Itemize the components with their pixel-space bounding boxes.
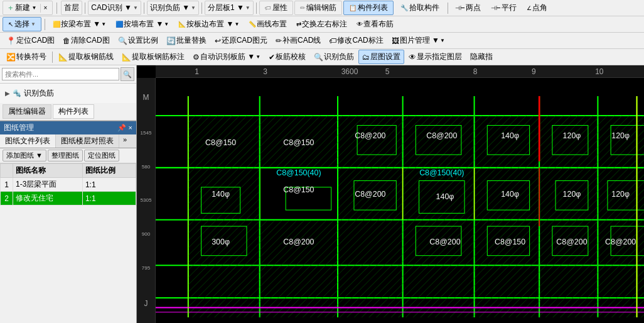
swap-label-button[interactable]: ⇄ 交换左右标注 [292,17,352,31]
tab-layer-board[interactable]: 分层板1 ▼ ▼ [205,1,254,15]
ruler-v-1545: 1545 [141,130,152,136]
auto-identify-slab-button[interactable]: ⚙自动识别板筋 ▼ ▼ [189,50,264,64]
locate-drawing-button[interactable]: 定位图纸 [84,150,119,162]
draw-line-button[interactable]: 📏 画线布置 [244,17,291,31]
svg-rect-30 [260,220,403,266]
attr-tab-property-editor[interactable]: 属性编辑器 [3,104,51,119]
organize-drawing-button[interactable]: 整理图纸 [48,150,83,162]
svg-text:C8@200: C8@200 [426,131,457,140]
sub-tab-file-list[interactable]: 图纸文件列表 [0,134,56,148]
cad-canvas-area[interactable]: 1 3 3600 5 8 9 10 M 1545 580 5305 900 79… [137,65,644,323]
ruler-v-580: 580 [142,164,150,170]
show-layer-button[interactable]: 👁显示指定图层 [405,50,466,64]
vertical-ruler: M 1545 580 5305 900 795 J [137,78,156,323]
view-layout-button[interactable]: 👁 查看布筋 [352,17,398,31]
close-tab-icon[interactable]: × [44,4,48,11]
svg-rect-18 [338,116,403,168]
row-name-2: 修改无住宅 [13,192,83,205]
modify-cad-label-button[interactable]: 🏷修改CAD标注 [325,33,387,48]
row-ratio-2: 1:1 [82,192,136,205]
panel-pin-icon[interactable]: 📌 [117,124,126,132]
tab-parallel[interactable]: ⊣⊢ 平行 [486,1,521,15]
layer-settings-button[interactable]: 🗂层图设置 [358,50,404,64]
add-drawing-button[interactable]: 添加图纸 ▼ [3,150,46,162]
tab-component-list[interactable]: 📋 构件列表 [343,1,394,15]
panel-close-icon[interactable]: × [129,124,132,132]
ruler-mark-9: 9 [532,67,536,76]
by-wall-layout-button[interactable]: 🟦 按墙布置 ▼ ▼ [111,17,173,31]
toolbar-sep-r4 [52,52,53,63]
cad-drawing: C8@150 C8@150 C8@200 C8@200 140φ 120φ 12… [156,78,644,323]
svg-text:140φ: 140φ [501,131,519,140]
table-row[interactable]: 2 修改无住宅 1:1 [1,192,136,205]
image-manage-button[interactable]: 🖼图片管理 ▼ ▼ [388,33,449,48]
svg-text:C8@200: C8@200 [355,131,385,140]
ruler-v-j: J [144,299,148,308]
new-button[interactable]: + 新建 ▼ × [3,1,53,15]
check-slab-rebar-button[interactable]: ✔板筋校核 [265,50,309,64]
by-beam-layout-button[interactable]: 🟨 按梁布置 ▼ ▼ [48,17,110,31]
svg-text:C8@200: C8@200 [429,238,460,246]
col-name: 图纸名称 [13,164,83,178]
tree-item-identify-rebar[interactable]: ▶ 🔩 识别负筋 [3,86,134,101]
tab-cad-recognize[interactable]: CAD识别 ▼ ▼ [88,1,141,15]
svg-text:120φ: 120φ [563,190,581,199]
by-edge-layout-button[interactable]: 📐 按板边布置 ▼ ▼ [174,17,244,31]
tree-container: ▶ 🔩 识别负筋 [0,84,136,103]
tab-pick-component[interactable]: 🔧 拾取构件 [395,1,445,15]
batch-replace-button[interactable]: 🔄批量替换 [163,33,210,48]
toolbar-sep-r2 [45,19,45,30]
tab-angle-point[interactable]: ∠ 点角 [522,1,552,15]
horizontal-ruler: 1 3 3600 5 8 9 10 [156,65,644,78]
svg-rect-19 [403,116,475,168]
locate-cad-button[interactable]: 📍定位CAD图 [3,33,58,48]
select-button[interactable]: ↖ 选择 ▼ [3,17,41,31]
ruler-mark-10: 10 [595,67,603,76]
ruler-mark-3: 3 [263,67,267,76]
drawing-table-container: 图纸名称 图纸比例 1 1-3层梁平面 1:1 2 [0,163,136,323]
svg-text:C8@200: C8@200 [605,238,636,246]
row-name: 1-3层梁平面 [13,178,83,192]
tab-home[interactable]: 首层 [61,1,82,15]
search-button[interactable]: 🔍 [121,67,134,81]
tree-item-label: 识别负筋 [24,88,54,99]
rebar-icon: 🔩 [13,89,21,97]
svg-text:120φ: 120φ [611,190,630,199]
col-num [1,164,13,178]
search-input[interactable] [2,68,119,80]
add-cad-line-button[interactable]: ✏补画CAD线 [272,33,325,48]
ruler-v-795: 795 [142,265,150,271]
toolbar-separator-1 [56,3,57,14]
panel-header: 图纸管理 📌 × [0,121,136,134]
clear-cad-button[interactable]: 🗑清除CAD图 [59,33,113,48]
sub-tab-more[interactable]: » [119,134,131,148]
svg-text:300φ: 300φ [212,238,230,246]
svg-text:C8@150: C8@150 [495,238,525,246]
restore-cad-button[interactable]: ↩还原CAD图元 [211,33,271,48]
attr-tab-component-list[interactable]: 构件列表 [53,104,94,119]
identify-neg-rebar-button[interactable]: 🔍识别负筋 [310,50,358,64]
row-num: 1 [1,178,13,192]
ruler-mark-3600: 3600 [341,67,358,76]
tab-two-point[interactable]: ⊣⊢ 两点 [451,1,485,15]
table-row[interactable]: 1 1-3层梁平面 1:1 [1,178,136,192]
toolbar-separator-3 [144,3,144,14]
new-separator [40,4,41,13]
tab-properties[interactable]: 🏷 屋性 [259,1,293,15]
sub-tab-layer-match[interactable]: 图纸楼层对照表 [56,134,119,148]
svg-text:C8@200: C8@200 [355,190,385,199]
svg-text:140φ: 140φ [212,190,230,199]
extract-slab-rebar-button[interactable]: 📐提取板钢筋线 [55,50,117,64]
svg-text:140φ: 140φ [501,190,519,199]
toolbar-separator-4 [201,3,202,14]
extract-slab-rebar-label-button[interactable]: 📐提取板钢筋标注 [118,50,188,64]
sub-tabs-container: 图纸文件列表 图纸楼层对照表 » [0,134,136,148]
convert-symbol-button[interactable]: 🔀转换符号 [3,50,50,64]
ruler-v-900: 900 [142,231,150,237]
set-scale-button[interactable]: 🔍设置比例 [114,33,162,48]
hide-layer-button[interactable]: 隐藏指 [466,50,496,64]
tab-identify-rebar[interactable]: 识别负筋 ▼ ▼ [147,1,199,15]
drawing-management-panel: 图纸管理 📌 × 图纸文件列表 图纸楼层对照表 » [0,121,136,323]
row-ratio: 1:1 [82,178,136,192]
tab-edit-rebar[interactable]: ✏ 编辑钢筋 [294,1,342,15]
